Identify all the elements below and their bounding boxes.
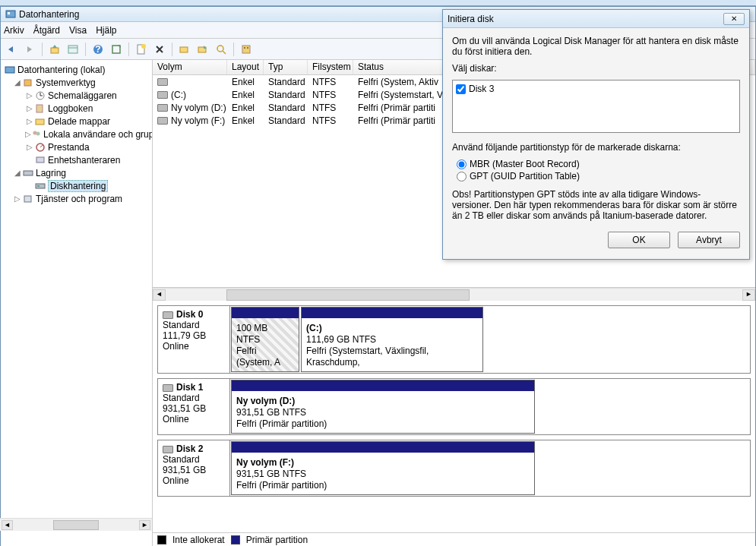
- cancel-button[interactable]: Avbryt: [678, 232, 740, 248]
- disk-select-list: Disk 3: [452, 80, 740, 133]
- tree-schemalaggaren[interactable]: ▷Schemaläggaren: [2, 89, 150, 102]
- disk-checkbox-row[interactable]: Disk 3: [456, 84, 736, 94]
- dialog-select-label: Välj diskar:: [452, 63, 740, 74]
- svg-rect-18: [24, 80, 31, 86]
- svg-rect-2: [51, 48, 59, 53]
- disk-info: Disk 0Standard111,79 GBOnline: [158, 306, 230, 373]
- svg-rect-17: [5, 67, 14, 73]
- svg-rect-10: [180, 47, 188, 52]
- back-button[interactable]: [4, 42, 19, 57]
- ok-button[interactable]: OK: [608, 232, 670, 248]
- svg-rect-7: [112, 46, 120, 53]
- col-volym[interactable]: Volym: [153, 60, 227, 74]
- disk-info: Disk 2Standard931,51 GBOnline: [158, 440, 230, 496]
- disk3-checkbox[interactable]: [456, 84, 466, 94]
- window-title: Datorhantering: [19, 9, 79, 20]
- partition-box[interactable]: Ny volym (D:)931,51 GB NTFSFelfri (Primä…: [231, 380, 535, 434]
- svg-point-12: [217, 46, 223, 52]
- settings-button[interactable]: [239, 42, 254, 57]
- partition-box[interactable]: (C:)111,69 GB NTFSFelfri (Systemstart, V…: [301, 307, 483, 372]
- svg-point-25: [36, 131, 40, 135]
- disk-row[interactable]: Disk 1Standard931,51 GBOnlineNy volym (D…: [157, 378, 751, 435]
- svg-rect-23: [36, 119, 44, 125]
- disk-info: Disk 1Standard931,51 GBOnline: [158, 379, 230, 434]
- dialog-close-button[interactable]: ✕: [723, 13, 745, 25]
- tree-tjanster[interactable]: ▷Tjänster och program: [2, 192, 150, 205]
- mbr-label: MBR (Master Boot Record): [470, 159, 580, 169]
- tree-lokala-anvandare[interactable]: ▷Lokala användare och grupper: [2, 128, 150, 140]
- partition-style-label: Använd följande partitionstyp för de mar…: [452, 142, 740, 153]
- svg-rect-22: [36, 105, 43, 112]
- svg-rect-32: [24, 196, 31, 202]
- menu-hjalp[interactable]: Hjälp: [96, 25, 116, 36]
- tree-enhetshanteraren[interactable]: Enhetshanteraren: [2, 153, 150, 166]
- tree-root[interactable]: Datorhantering (lokal): [2, 63, 150, 76]
- delete-button[interactable]: [152, 42, 167, 57]
- svg-line-13: [223, 51, 226, 54]
- tree-hscrollbar[interactable]: ◄►: [1, 518, 152, 531]
- dialog-intro: Om du vill använda Logical Disk Manager …: [452, 36, 740, 57]
- col-filsystem[interactable]: Filsystem: [308, 60, 353, 74]
- action2-button[interactable]: [195, 42, 210, 57]
- partition-box[interactable]: Ny volym (F:)931,51 GB NTFSFelfri (Primä…: [231, 441, 535, 495]
- gpt-radio[interactable]: [457, 172, 467, 181]
- svg-rect-28: [36, 157, 44, 163]
- volume-hscrollbar[interactable]: ◄►: [153, 288, 755, 301]
- find-button[interactable]: [214, 42, 229, 57]
- svg-point-9: [141, 44, 146, 49]
- forward-button[interactable]: [22, 42, 37, 57]
- initialize-disk-dialog: Initiera disk ✕ Om du vill använda Logic…: [442, 9, 750, 260]
- action1-button[interactable]: [177, 42, 192, 57]
- svg-rect-30: [36, 184, 45, 188]
- disk3-label: Disk 3: [469, 84, 494, 94]
- gpt-radio-row[interactable]: GPT (GUID Partition Table): [457, 171, 740, 181]
- mbr-radio-row[interactable]: MBR (Master Boot Record): [457, 159, 740, 169]
- up-button[interactable]: [47, 42, 62, 57]
- col-layout[interactable]: Layout: [227, 60, 264, 74]
- properties-button[interactable]: [65, 42, 81, 57]
- dialog-titlebar[interactable]: Initiera disk ✕: [443, 10, 749, 28]
- tree-prestanda[interactable]: ▷Prestanda: [2, 140, 150, 153]
- svg-rect-16: [247, 47, 248, 49]
- new-button[interactable]: [134, 42, 149, 57]
- svg-rect-3: [68, 46, 77, 53]
- legend-unalloc: Inte allokerat: [172, 535, 225, 545]
- disk-row[interactable]: Disk 2Standard931,51 GBOnlineNy volym (F…: [157, 440, 751, 497]
- tree-systemverktyg[interactable]: ◢Systemverktyg: [2, 76, 150, 89]
- mbr-radio[interactable]: [457, 159, 467, 169]
- legend-primary: Primär partition: [246, 535, 308, 545]
- browser-tabs-remnant: [0, 0, 756, 6]
- refresh-button[interactable]: [109, 42, 124, 57]
- svg-text:?: ?: [95, 44, 100, 55]
- svg-rect-15: [244, 47, 245, 49]
- tree-loggboken[interactable]: ▷Loggboken: [2, 102, 150, 115]
- disk-graphic-panel: Disk 0Standard111,79 GBOnline100 MB NTFS…: [153, 301, 755, 532]
- dialog-title: Initiera disk: [448, 14, 494, 24]
- disk-row[interactable]: Disk 0Standard111,79 GBOnline100 MB NTFS…: [157, 305, 751, 374]
- menu-visa[interactable]: Visa: [69, 25, 87, 36]
- svg-rect-31: [37, 185, 40, 187]
- tree-diskhantering[interactable]: Diskhantering: [2, 179, 150, 192]
- menu-arkiv[interactable]: Arkiv: [4, 25, 24, 36]
- svg-line-27: [40, 145, 43, 147]
- tree-panel: Datorhantering (lokal) ◢Systemverktyg ▷S…: [1, 60, 153, 546]
- svg-rect-1: [8, 12, 10, 14]
- legend: Inte allokerat Primär partition: [153, 532, 755, 546]
- tree-lagring[interactable]: ◢Lagring: [2, 166, 150, 179]
- svg-rect-0: [6, 11, 15, 17]
- svg-rect-29: [24, 171, 33, 175]
- help-button[interactable]: ?: [90, 42, 106, 57]
- menu-atgard[interactable]: Åtgärd: [33, 25, 60, 36]
- gpt-label: GPT (GUID Partition Table): [470, 171, 580, 181]
- partition-box[interactable]: 100 MB NTFSFelfri (System, A: [231, 307, 299, 372]
- svg-rect-14: [242, 46, 250, 53]
- app-icon: [5, 9, 16, 20]
- dialog-note: Obs! Partitionstypen GPT stöds inte av a…: [452, 189, 740, 221]
- col-typ[interactable]: Typ: [264, 60, 308, 74]
- tree-delade-mappar[interactable]: ▷Delade mappar: [2, 115, 150, 128]
